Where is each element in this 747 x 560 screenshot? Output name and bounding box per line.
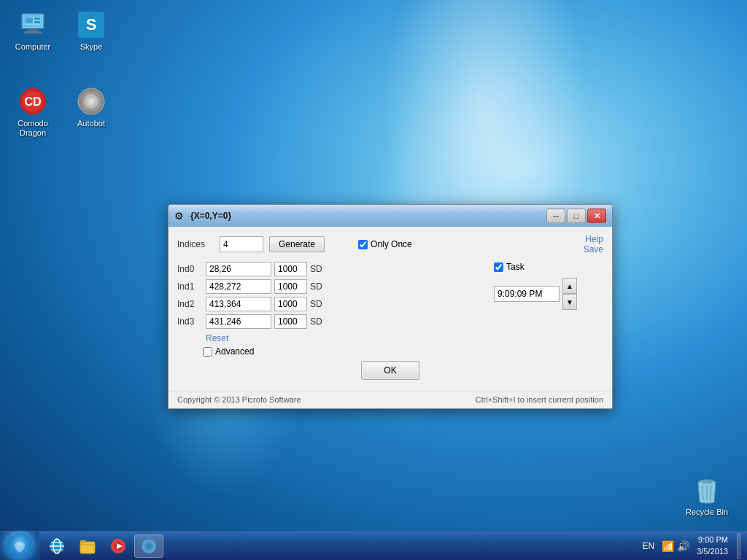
clock-time: 9:00 PM [697, 534, 728, 545]
ind2-num-input[interactable] [274, 297, 307, 311]
clock-date: 3/5/2013 [697, 546, 728, 557]
system-clock[interactable]: 9:00 PM 3/5/2013 [694, 534, 731, 557]
time-up-button[interactable]: ▲ [562, 278, 577, 294]
generate-button[interactable]: Generate [269, 236, 325, 252]
ind1-value-input[interactable] [206, 279, 271, 294]
ind0-sd-label: SD [310, 264, 322, 274]
ind-row-0: Ind0 SD [177, 262, 468, 276]
taskbar-items [39, 532, 634, 560]
autobot-label: Autobot [77, 119, 105, 128]
svg-rect-8 [34, 18, 40, 20]
footer-copyright: Copyright © 2013 Picrofo Software [177, 395, 301, 404]
start-orb [7, 533, 33, 559]
computer-label: Computer [15, 42, 50, 52]
window-title: {X=0,Y=0} [190, 211, 542, 221]
advanced-label: Advanced [215, 346, 254, 357]
task-row: Task [494, 262, 603, 272]
indices-input[interactable]: 4 [220, 236, 263, 252]
taskbar: EN 📶 🔊 9:00 PM 3/5/2013 [0, 531, 747, 560]
window-titlebar: ⚙ {X=0,Y=0} ─ □ ✕ [169, 205, 612, 227]
desktop-icon-computer[interactable]: Computer [7, 7, 58, 55]
reset-area: Reset [203, 333, 468, 343]
ind3-label: Ind3 [177, 316, 203, 327]
svg-rect-35 [80, 542, 95, 553]
ind1-label: Ind1 [177, 281, 203, 292]
ind1-sd-label: SD [310, 281, 322, 292]
ind0-num-input[interactable] [274, 262, 307, 276]
network-icon: 📶 [662, 540, 674, 552]
ind0-label: Ind0 [177, 264, 203, 274]
ind3-value-input[interactable] [206, 314, 271, 329]
svg-rect-3 [24, 31, 42, 34]
desktop-icon-autobot[interactable]: Autobot [66, 84, 117, 131]
ind2-value-input[interactable] [206, 297, 271, 311]
only-once-checkbox[interactable] [358, 240, 368, 249]
ind1-num-input[interactable] [274, 279, 307, 294]
desktop-icon-comodo[interactable]: CD Comodo Dragon [7, 84, 58, 141]
svg-rect-28 [703, 480, 711, 483]
svg-point-19 [89, 99, 93, 104]
help-save-area: Help Save [584, 234, 603, 254]
taskbar-item-explorer[interactable] [73, 534, 102, 558]
task-checkbox[interactable] [494, 262, 503, 272]
taskbar-item-media[interactable] [104, 534, 133, 558]
ind-row-3: Ind3 SD [177, 314, 468, 329]
svg-rect-7 [26, 18, 33, 23]
svg-text:S: S [86, 15, 97, 34]
taskbar-item-autobot[interactable] [134, 534, 163, 558]
help-link[interactable]: Help [585, 234, 603, 244]
advanced-row: Advanced [203, 346, 468, 357]
svg-text:CD: CD [24, 96, 41, 108]
reset-link[interactable]: Reset [206, 333, 228, 343]
footer-hint: Ctrl+Shift+I to insert current position [476, 395, 603, 404]
window-content: Indices 4 Generate Only Once Help Save [169, 227, 612, 392]
start-button[interactable] [0, 532, 39, 561]
skype-icon: S [77, 10, 106, 39]
ind-row-1: Ind1 SD [177, 279, 468, 294]
maximize-button[interactable]: □ [567, 209, 586, 223]
time-input[interactable] [494, 286, 560, 302]
time-row: ▲ ▼ [494, 278, 603, 310]
volume-icon: 🔊 [677, 540, 689, 552]
autobot-icon [77, 87, 106, 116]
skype-label: Skype [80, 42, 103, 52]
ok-button[interactable]: OK [361, 361, 419, 380]
ind3-num-input[interactable] [274, 314, 307, 329]
right-panel: Task ▲ ▼ [479, 262, 603, 357]
taskbar-item-ie[interactable] [42, 534, 71, 558]
ind2-label: Ind2 [177, 299, 203, 309]
system-tray: 📶 🔊 [662, 540, 689, 552]
save-link[interactable]: Save [584, 244, 603, 254]
ind3-sd-label: SD [310, 316, 322, 327]
recycle-bin-img [692, 475, 721, 505]
comodo-icon: CD [18, 87, 47, 116]
only-once-label: Only Once [371, 239, 412, 249]
window-footer: Copyright © 2013 Picrofo Software Ctrl+S… [169, 392, 612, 408]
svg-point-43 [147, 544, 151, 548]
only-once-row: Only Once [358, 239, 412, 249]
ind2-sd-label: SD [310, 299, 322, 309]
recycle-bin-icon[interactable]: Recycle Bin [681, 472, 732, 520]
minimize-button[interactable]: ─ [546, 209, 565, 223]
window-controls: ─ □ ✕ [546, 209, 606, 223]
desktop-icon-skype[interactable]: S Skype [66, 7, 117, 55]
indices-label: Indices [177, 239, 214, 249]
computer-icon [18, 10, 47, 39]
task-label: Task [506, 262, 525, 272]
dialog-window: ⚙ {X=0,Y=0} ─ □ ✕ Indices 4 Generate Onl… [168, 204, 613, 409]
advanced-checkbox[interactable] [203, 347, 212, 357]
language-indicator: EN [640, 540, 658, 553]
svg-rect-36 [80, 540, 86, 543]
close-button[interactable]: ✕ [587, 209, 606, 223]
taskbar-right: EN 📶 🔊 9:00 PM 3/5/2013 [634, 532, 748, 560]
ind0-value-input[interactable] [206, 262, 271, 276]
show-desktop-button[interactable] [737, 533, 741, 559]
comodo-label: Comodo Dragon [10, 119, 55, 138]
ind-row-2: Ind2 SD [177, 297, 468, 311]
time-down-button[interactable]: ▼ [562, 294, 577, 310]
svg-rect-2 [27, 29, 39, 31]
desktop: Computer S Skype CD Comodo Dragon [0, 0, 747, 560]
recycle-bin-label: Recycle Bin [686, 508, 728, 517]
window-icon: ⚙ [174, 210, 186, 222]
svg-rect-9 [34, 21, 40, 23]
